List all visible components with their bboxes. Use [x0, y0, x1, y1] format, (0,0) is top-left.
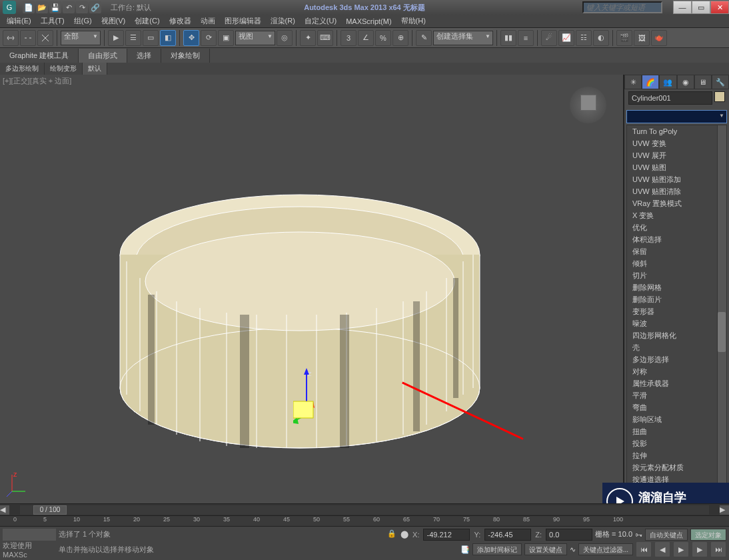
modifier-item[interactable]: 拉伸 [627, 449, 726, 461]
curve-editor-icon[interactable]: 📈 [558, 30, 574, 46]
modifier-item[interactable]: 弯曲 [627, 401, 726, 413]
material-icon[interactable]: ◐ [593, 30, 609, 46]
time-slider[interactable]: ◀ 0 / 100 ▶ [0, 503, 729, 515]
ribbon-tab[interactable]: Graphite 建模工具 [0, 49, 79, 63]
new-icon[interactable]: 📄 [23, 1, 35, 13]
modifier-item[interactable]: 切片 [627, 269, 726, 281]
align-icon[interactable]: ≡ [518, 30, 534, 46]
viewport-label[interactable]: [+][正交][真实 + 边面] [3, 76, 71, 86]
window-crossing-icon[interactable]: ◧ [160, 30, 176, 46]
cylinder-mesh[interactable] [107, 155, 493, 488]
viewport[interactable]: [+][正交][真实 + 边面] [0, 75, 624, 503]
menu-item[interactable]: 视图(V) [97, 15, 130, 27]
app-logo-icon[interactable]: G [3, 1, 16, 14]
scrollbar[interactable] [717, 125, 726, 503]
manip-icon[interactable]: ✦ [300, 30, 316, 46]
keymode-dropdown[interactable]: 选定对象 [690, 529, 726, 541]
open-icon[interactable]: 📂 [36, 1, 48, 13]
modifier-item[interactable]: 对称 [627, 365, 726, 377]
modifier-item[interactable]: 属性承载器 [627, 377, 726, 389]
modifier-item[interactable]: UVW 展开 [627, 149, 726, 161]
move-gizmo-icon[interactable]: z [293, 368, 340, 428]
motion-tab-icon[interactable]: ◉ [677, 75, 694, 89]
close-button[interactable]: ✕ [710, 1, 729, 14]
ribbon-tab[interactable]: 选择 [127, 49, 161, 63]
time-ruler[interactable]: 0510152025303540455055606570758085909510… [0, 515, 729, 526]
x-field[interactable]: -49.212 [423, 529, 470, 541]
modifier-item[interactable]: UVW 变换 [627, 137, 726, 149]
object-color-swatch[interactable] [714, 91, 725, 102]
modifier-item[interactable]: 优化 [627, 221, 726, 233]
rect-select-icon[interactable]: ▭ [143, 30, 159, 46]
play-icon[interactable]: ▶ [673, 541, 689, 557]
modifier-item[interactable]: 壳 [627, 341, 726, 353]
modify-tab-icon[interactable]: 🌈 [642, 75, 659, 89]
script-listener[interactable] [3, 529, 56, 541]
undo-icon[interactable]: ↶ [63, 1, 75, 13]
modifier-item[interactable]: 变形器 [627, 305, 726, 317]
modifier-item[interactable]: VRay 置换模式 [627, 197, 726, 209]
slider-left-icon[interactable]: ◀ [0, 505, 9, 515]
minimize-button[interactable]: — [673, 1, 692, 14]
autokey-button[interactable]: 自动关键点 [645, 529, 688, 541]
key-toggle-icon[interactable]: ⬤ [400, 530, 408, 539]
modifier-item[interactable]: 多边形选择 [627, 353, 726, 365]
ribbon-subtab[interactable]: 默认 [83, 63, 107, 75]
scrollbar-thumb[interactable] [718, 312, 726, 352]
snap-icon[interactable]: 3 [341, 30, 357, 46]
display-tab-icon[interactable]: 🖥 [694, 75, 712, 89]
workspace-label[interactable]: 工作台: 默认 [111, 3, 151, 13]
slider-right-icon[interactable]: ▶ [720, 505, 729, 515]
play-next-icon[interactable]: ▶ [692, 541, 708, 557]
ribbon-tab[interactable]: 对象绘制 [161, 49, 210, 63]
move-icon[interactable]: ✥ [183, 30, 199, 46]
scale-icon[interactable]: ▣ [218, 30, 234, 46]
link-icon[interactable]: 🔗 [89, 1, 101, 13]
modifier-item[interactable]: UVW 贴图 [627, 161, 726, 173]
menu-item[interactable]: 动画 [197, 15, 219, 27]
modifier-list[interactable]: Turn To gPolyUVW 变换UVW 展开UVW 贴图UVW 贴图添加U… [626, 125, 727, 503]
hierarchy-tab-icon[interactable]: 👥 [659, 75, 676, 89]
ribbon-tab[interactable]: 自由形式 [79, 49, 127, 63]
modifier-item[interactable]: 倾斜 [627, 257, 726, 269]
utilities-tab-icon[interactable]: 🔧 [712, 75, 729, 89]
percent-snap-icon[interactable]: % [375, 30, 391, 46]
search-input[interactable] [582, 1, 662, 13]
modifier-item[interactable]: 按元素分配材质 [627, 461, 726, 473]
render-icon[interactable]: 🫖 [651, 30, 667, 46]
menu-item[interactable]: 编辑(E) [3, 15, 35, 27]
modifier-item[interactable]: 体积选择 [627, 233, 726, 245]
unlink-icon[interactable] [20, 30, 36, 46]
object-name-field[interactable]: Cylinder001 [628, 91, 712, 105]
play-start-icon[interactable]: ⏮ [636, 541, 652, 557]
modifier-item[interactable]: 删除面片 [627, 293, 726, 305]
modifier-item[interactable]: 删除网格 [627, 281, 726, 293]
modifier-item[interactable]: 保留 [627, 245, 726, 257]
menu-item[interactable]: 创建(C) [131, 15, 163, 27]
schematic-icon[interactable]: ☷ [576, 30, 592, 46]
modifier-item[interactable]: UVW 贴图清除 [627, 185, 726, 197]
modifier-item[interactable]: 扭曲 [627, 425, 726, 437]
modifier-dropdown[interactable] [626, 110, 727, 123]
modifier-item[interactable]: Turn To gPoly [627, 125, 726, 137]
key-icon[interactable]: 🗝 [635, 531, 642, 539]
ribbon-subtab[interactable]: 绘制变形 [45, 63, 83, 75]
setkey-button[interactable]: 设置关键点 [524, 543, 567, 555]
modifier-item[interactable]: 噪波 [627, 317, 726, 329]
viewcube-icon[interactable] [570, 87, 606, 123]
timemark-icon[interactable]: 📑 [460, 545, 470, 554]
modifier-item[interactable]: 四边形网格化 [627, 329, 726, 341]
angle-snap-icon[interactable]: ∠ [358, 30, 374, 46]
menu-item[interactable]: 组(G) [70, 15, 96, 27]
bind-icon[interactable] [37, 30, 53, 46]
frame-indicator[interactable]: 0 / 100 [33, 505, 67, 515]
menu-item[interactable]: 帮助(H) [397, 15, 430, 27]
lock-icon[interactable]: 🔒 [387, 529, 398, 540]
menu-item[interactable]: 渲染(R) [267, 15, 299, 27]
rotate-icon[interactable]: ⟳ [201, 30, 217, 46]
select-icon[interactable]: ▶ [108, 30, 124, 46]
modifier-item[interactable]: X 变换 [627, 209, 726, 221]
pivot-icon[interactable]: ◎ [277, 30, 293, 46]
modifier-item[interactable]: 投影 [627, 437, 726, 449]
layer-icon[interactable]: ☄ [541, 30, 557, 46]
